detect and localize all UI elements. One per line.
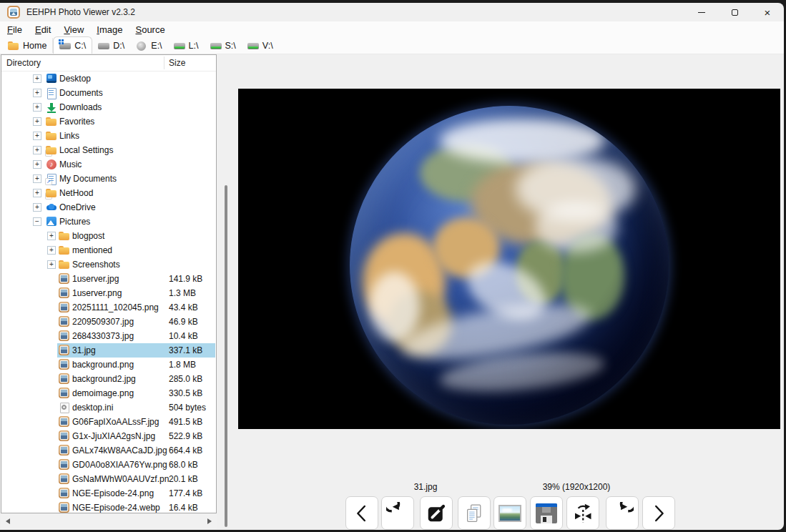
rotate-ccw-icon — [386, 502, 409, 525]
menu-item-file[interactable]: File — [1, 23, 29, 36]
expander-icon[interactable]: − — [33, 217, 41, 226]
row-content: mentioned — [57, 243, 215, 257]
expander-icon[interactable]: + — [33, 74, 41, 83]
expander-icon[interactable]: + — [33, 189, 41, 197]
file-row[interactable]: GsNaMWhW0AAUVzf.pn20.1 kB — [1, 472, 216, 486]
drive-tab-d[interactable]: D:\ — [92, 38, 130, 53]
rotate-left-button[interactable] — [381, 496, 414, 530]
folder-row[interactable]: +Favorites — [1, 114, 216, 129]
menu-item-view[interactable]: View — [57, 23, 90, 36]
row-label: Screenshots — [72, 260, 120, 270]
expander-icon[interactable]: + — [33, 103, 41, 112]
drive-tab-label: V:\ — [262, 41, 273, 51]
vertical-scrollbar[interactable] — [217, 54, 230, 529]
flip-horizontal-button[interactable] — [566, 496, 599, 530]
file-row[interactable]: 1userver.jpg141.9 kB — [1, 272, 216, 286]
file-row[interactable]: background.png1.8 MB — [1, 358, 216, 372]
wallpaper-image-button[interactable] — [493, 496, 526, 530]
expander-icon[interactable]: + — [33, 174, 41, 183]
folder-row[interactable]: +NetHood — [1, 186, 216, 200]
expander-icon[interactable]: + — [47, 246, 56, 255]
next-button[interactable] — [642, 496, 675, 530]
folder-row[interactable]: +Links — [1, 129, 216, 143]
expander-icon[interactable]: + — [33, 117, 41, 126]
scroll-right-arrow-icon[interactable] — [207, 518, 212, 524]
window-title: EEHPH Photo Viewer v2.3.2 — [26, 7, 135, 17]
folder-row[interactable]: +My Documents — [1, 172, 216, 186]
edit-button[interactable] — [420, 496, 453, 530]
file-row[interactable]: GALx74kW8AACaJD.jpg664.4 kB — [1, 443, 216, 458]
directory-tree: +Desktop+Documents+Downloads+Favorites+L… — [1, 72, 216, 513]
menu-bar: FileEditViewImageSource — [0, 21, 784, 37]
drive-tab-v[interactable]: V:\ — [242, 38, 279, 53]
file-row[interactable]: G1x-JjuXIAA2gsN.jpg522.9 kB — [1, 429, 216, 443]
image-viewer-canvas[interactable] — [238, 89, 780, 429]
folder-row[interactable]: +OneDrive — [1, 200, 216, 215]
drive-tab-c[interactable]: C:\ — [53, 36, 92, 54]
menu-item-edit[interactable]: Edit — [29, 23, 57, 36]
edit-icon — [426, 503, 447, 524]
folder-row[interactable]: +Local Settings — [1, 143, 216, 157]
file-row[interactable]: 2684330373.jpg10.4 kB — [1, 329, 216, 343]
close-button[interactable]: × — [751, 3, 784, 21]
rotate-right-button[interactable] — [606, 496, 639, 530]
expander-icon[interactable]: + — [47, 260, 56, 269]
drive-tab-e[interactable]: E:\ — [130, 38, 167, 53]
folder-icon — [59, 230, 70, 242]
chevron-right-icon — [648, 503, 669, 524]
folder-row[interactable]: +Music — [1, 157, 216, 172]
column-header-size[interactable]: Size — [169, 58, 185, 68]
file-row[interactable]: GD0A0o8XIAA76Yw.png68.0 kB — [1, 458, 216, 472]
copy-button[interactable] — [458, 496, 491, 530]
drive-tab-s[interactable]: S:\ — [205, 38, 242, 53]
maximize-button[interactable] — [718, 3, 751, 21]
menu-item-source[interactable]: Source — [129, 23, 171, 36]
file-row[interactable]: demoimage.png330.5 kB — [1, 386, 216, 400]
image-file-icon — [59, 273, 70, 285]
expander-icon[interactable]: + — [33, 203, 41, 212]
drive-tab-home[interactable]: Home — [2, 38, 53, 53]
folder-row[interactable]: +mentioned — [1, 243, 216, 257]
drive-windows-icon — [59, 40, 71, 51]
file-row[interactable]: 2209509307.jpg46.9 kB — [1, 315, 216, 329]
file-row[interactable]: 1userver.png1.3 MB — [1, 286, 216, 300]
row-content: Local Settings — [44, 143, 215, 157]
expander-icon[interactable]: + — [33, 132, 41, 140]
file-row[interactable]: NGE-Episode-24.webp16.4 kB — [1, 501, 216, 513]
scroll-left-arrow-icon[interactable] — [6, 518, 10, 524]
folder-row[interactable]: +blogpost — [1, 229, 216, 243]
drive-tab-label: L:\ — [189, 41, 199, 51]
minimize-button[interactable] — [685, 3, 718, 21]
column-header-directory[interactable]: Directory — [6, 58, 41, 68]
folder-row[interactable]: −Pictures — [1, 215, 216, 229]
screen-background: EEHPH Photo Viewer v2.3.2 × FileEditView… — [0, 0, 786, 532]
file-row[interactable]: NGE-Episode-24.png177.4 kB — [1, 486, 216, 501]
image-file-icon — [59, 473, 70, 485]
horizontal-scrollbar[interactable] — [1, 514, 217, 529]
vertical-scrollbar-thumb[interactable] — [225, 185, 227, 527]
save-button[interactable] — [530, 496, 563, 530]
drive-tab-l[interactable]: L:\ — [168, 38, 205, 53]
file-row[interactable]: background2.jpg285.0 kB — [1, 372, 216, 386]
folder-row[interactable]: +Desktop — [1, 72, 216, 86]
row-label: blogpost — [72, 231, 104, 241]
app-icon — [7, 6, 20, 19]
menu-item-image[interactable]: Image — [90, 23, 129, 36]
row-label: GsNaMWhW0AAUVzf.pn — [72, 474, 169, 484]
window-controls: × — [685, 3, 784, 21]
file-row[interactable]: 31.jpg337.1 kB — [1, 343, 216, 358]
expander-icon[interactable]: + — [33, 89, 41, 97]
file-row[interactable]: G06FapIXoAALssF.jpg491.5 kB — [1, 415, 216, 429]
expander-icon[interactable]: + — [33, 160, 41, 169]
row-label: NetHood — [59, 188, 93, 198]
image-file-icon — [59, 373, 70, 385]
folder-row[interactable]: +Screenshots — [1, 257, 216, 272]
expander-icon[interactable]: + — [47, 232, 56, 240]
expander-icon[interactable]: + — [33, 146, 41, 154]
previous-button[interactable] — [345, 496, 378, 530]
file-row[interactable]: desktop.ini504 bytes — [1, 400, 216, 415]
file-row[interactable]: 20251111_102045.png43.4 kB — [1, 300, 216, 315]
folder-row[interactable]: +Documents — [1, 86, 216, 100]
drive-tab-label: S:\ — [225, 41, 236, 51]
folder-row[interactable]: +Downloads — [1, 100, 216, 114]
